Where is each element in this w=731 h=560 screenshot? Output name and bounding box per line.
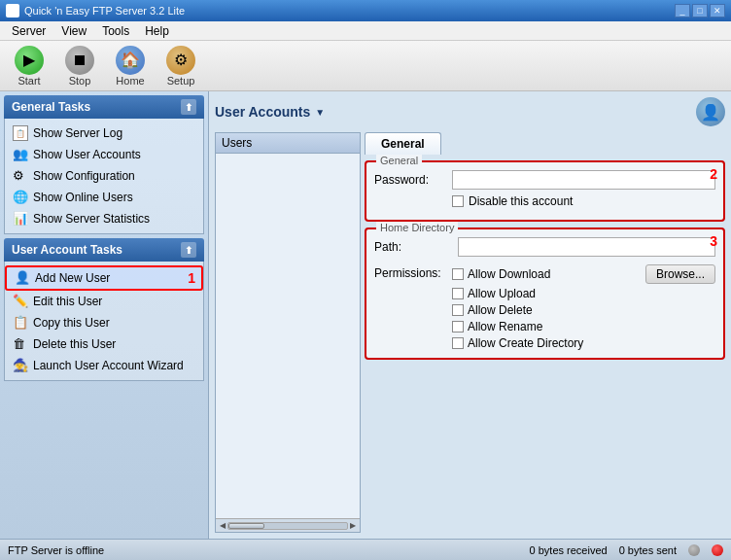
menu-view[interactable]: View bbox=[53, 22, 94, 40]
menu-bar: Server View Tools Help bbox=[0, 21, 731, 41]
general-badge: 2 bbox=[710, 166, 717, 182]
allow-download-label: Allow Download bbox=[468, 267, 550, 281]
setup-label: Setup bbox=[167, 75, 195, 87]
sidebar-item-show-user-accounts[interactable]: 👥 Show User Accounts bbox=[5, 144, 203, 165]
show-configuration-label: Show Configuration bbox=[33, 169, 135, 183]
tab-general[interactable]: General bbox=[365, 132, 441, 155]
configuration-icon: ⚙ bbox=[13, 168, 28, 184]
password-label: Password: bbox=[374, 173, 452, 187]
menu-help[interactable]: Help bbox=[137, 22, 177, 40]
sidebar: General Tasks ⬆ 📋 Show Server Log 👥 Show… bbox=[0, 91, 209, 539]
home-directory-badge: 3 bbox=[710, 233, 717, 249]
tabs: General bbox=[365, 132, 725, 155]
path-input[interactable] bbox=[458, 237, 715, 257]
stop-button[interactable]: ⏹ Stop bbox=[58, 43, 101, 89]
home-label: Home bbox=[116, 75, 144, 87]
bytes-sent-text: 0 bytes sent bbox=[619, 544, 677, 556]
users-panel: Users ◀ ▶ bbox=[215, 132, 361, 533]
avatar: 👤 bbox=[696, 97, 725, 126]
bytes-received-text: 0 bytes received bbox=[530, 544, 608, 556]
password-row: Password: bbox=[374, 170, 715, 190]
show-server-log-label: Show Server Log bbox=[33, 126, 122, 140]
general-section: General 2 Password: Disable this account bbox=[365, 160, 725, 222]
disable-account-row: Disable this account bbox=[452, 194, 715, 208]
close-button[interactable]: ✕ bbox=[710, 4, 725, 18]
allow-create-directory-checkbox[interactable] bbox=[452, 337, 464, 349]
scroll-right-icon[interactable]: ▶ bbox=[348, 521, 358, 530]
allow-download-row: Allow Download Browse... bbox=[452, 264, 715, 284]
sidebar-item-delete-this-user[interactable]: 🗑 Delete this User bbox=[5, 333, 203, 355]
content-area: User Accounts ▼ 👤 Users ◀ ▶ bbox=[209, 91, 731, 539]
dropdown-arrow-icon[interactable]: ▼ bbox=[315, 107, 325, 118]
allow-delete-checkbox[interactable] bbox=[452, 304, 464, 316]
home-directory-section-label: Home Directory bbox=[376, 222, 458, 233]
start-icon: ▶ bbox=[15, 46, 44, 75]
delete-this-user-icon: 🗑 bbox=[13, 336, 28, 352]
path-row: Path: bbox=[374, 237, 715, 257]
setup-icon: ⚙ bbox=[166, 46, 195, 75]
permissions-label: Permissions: bbox=[374, 264, 452, 280]
status-right: 0 bytes received 0 bytes sent bbox=[530, 544, 723, 556]
maximize-button[interactable]: □ bbox=[692, 4, 708, 18]
sidebar-item-launch-wizard[interactable]: 🧙 Launch User Account Wizard bbox=[5, 355, 203, 376]
general-tasks-label: General Tasks bbox=[12, 100, 90, 114]
browse-button[interactable]: Browse... bbox=[645, 264, 715, 284]
server-status-gray-dot bbox=[688, 544, 700, 556]
user-account-tasks-header: User Account Tasks ⬆ bbox=[4, 238, 204, 262]
scroll-thumb[interactable] bbox=[228, 523, 264, 529]
user-account-tasks-collapse[interactable]: ⬆ bbox=[181, 242, 196, 258]
scroll-track[interactable] bbox=[227, 522, 348, 530]
general-tasks-header: General Tasks ⬆ bbox=[4, 95, 204, 119]
user-account-tasks-section: User Account Tasks ⬆ 👤 Add New User 1 ✏️… bbox=[4, 238, 204, 381]
allow-create-directory-label: Allow Create Directory bbox=[468, 336, 583, 350]
general-tasks-collapse[interactable]: ⬆ bbox=[181, 99, 196, 115]
user-account-tasks-body: 👤 Add New User 1 ✏️ Edit this User 📋 Cop… bbox=[4, 262, 204, 381]
stop-label: Stop bbox=[69, 75, 91, 87]
permissions-row: Permissions: Allow Download Browse... Al… bbox=[374, 264, 715, 350]
copy-this-user-label: Copy this User bbox=[33, 316, 110, 330]
content-title: User Accounts ▼ bbox=[215, 104, 325, 120]
menu-server[interactable]: Server bbox=[4, 22, 53, 40]
allow-upload-row: Allow Upload bbox=[452, 287, 715, 300]
launch-wizard-label: Launch User Account Wizard bbox=[33, 359, 184, 372]
sidebar-item-show-server-statistics[interactable]: 📊 Show Server Statistics bbox=[5, 208, 203, 229]
show-server-statistics-label: Show Server Statistics bbox=[33, 212, 150, 226]
allow-delete-label: Allow Delete bbox=[468, 303, 533, 317]
scroll-left-icon[interactable]: ◀ bbox=[218, 521, 227, 530]
allow-download-checkbox[interactable] bbox=[452, 268, 464, 280]
start-button[interactable]: ▶ Start bbox=[8, 43, 51, 89]
allow-rename-checkbox[interactable] bbox=[452, 321, 464, 332]
menu-tools[interactable]: Tools bbox=[94, 22, 137, 40]
title-bar-text: Quick 'n Easy FTP Server 3.2 Lite bbox=[24, 5, 185, 17]
home-icon: 🏠 bbox=[116, 46, 145, 75]
sidebar-item-copy-this-user[interactable]: 📋 Copy this User bbox=[5, 312, 203, 333]
allow-delete-row: Allow Delete bbox=[452, 303, 715, 317]
user-account-tasks-label: User Account Tasks bbox=[12, 243, 122, 257]
sidebar-item-show-server-log[interactable]: 📋 Show Server Log bbox=[5, 122, 203, 144]
allow-rename-label: Allow Rename bbox=[468, 320, 542, 333]
home-directory-section: Home Directory 3 Path: Permissions: Allo… bbox=[365, 228, 725, 360]
allow-upload-checkbox[interactable] bbox=[452, 288, 464, 299]
add-new-user-label: Add New User bbox=[35, 271, 110, 285]
edit-this-user-icon: ✏️ bbox=[13, 294, 28, 309]
home-button[interactable]: 🏠 Home bbox=[109, 43, 152, 89]
permissions-list: Allow Download Browse... Allow Upload Al… bbox=[452, 264, 715, 350]
sidebar-item-show-online-users[interactable]: 🌐 Show Online Users bbox=[5, 187, 203, 208]
add-new-user-badge: 1 bbox=[188, 270, 195, 286]
copy-this-user-icon: 📋 bbox=[13, 315, 28, 331]
stop-icon: ⏹ bbox=[65, 46, 94, 75]
password-input[interactable] bbox=[452, 170, 715, 190]
general-section-label: General bbox=[376, 155, 422, 166]
disable-account-checkbox[interactable] bbox=[452, 195, 464, 207]
edit-this-user-label: Edit this User bbox=[33, 295, 102, 308]
show-online-users-label: Show Online Users bbox=[33, 191, 133, 204]
detail-panel: General General 2 Password: Disable this… bbox=[365, 132, 725, 533]
sidebar-item-show-configuration[interactable]: ⚙ Show Configuration bbox=[5, 165, 203, 187]
content-title-text: User Accounts bbox=[215, 104, 310, 120]
title-bar-controls: _ □ ✕ bbox=[675, 4, 725, 18]
setup-button[interactable]: ⚙ Setup bbox=[159, 43, 202, 89]
minimize-button[interactable]: _ bbox=[675, 4, 690, 18]
sidebar-item-add-new-user[interactable]: 👤 Add New User 1 bbox=[5, 265, 203, 291]
tab-general-label: General bbox=[381, 137, 425, 151]
sidebar-item-edit-this-user[interactable]: ✏️ Edit this User bbox=[5, 291, 203, 312]
